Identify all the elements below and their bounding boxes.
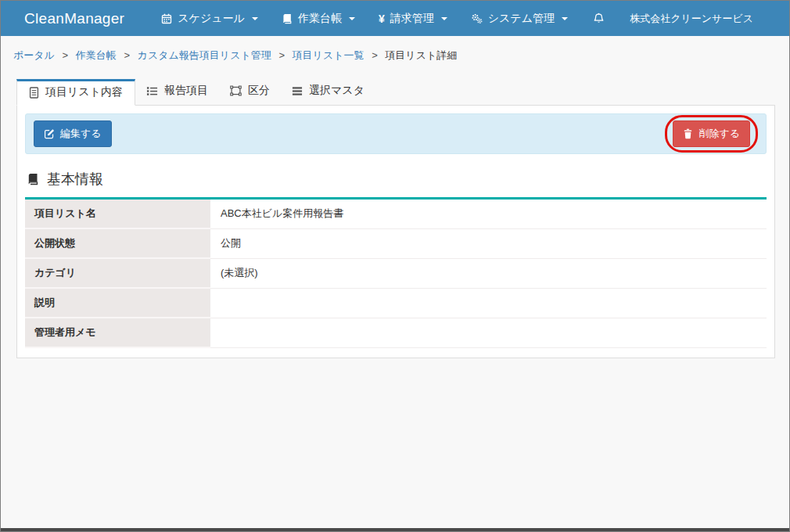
breadcrumb-separator: > — [278, 49, 285, 61]
row-value: (未選択) — [210, 258, 767, 288]
row-value — [210, 288, 767, 318]
chevron-down-icon — [441, 17, 447, 20]
breadcrumb: ポータル > 作業台帳 > カスタム報告項目リスト管理 > 項目リスト一覧 > … — [1, 36, 789, 73]
menu-system-label: システム管理 — [488, 12, 555, 26]
book-icon — [282, 13, 293, 24]
pencil-square-icon — [44, 128, 55, 139]
table-row: 項目リスト名 ABC本社ビル案件用報告書 — [25, 200, 767, 228]
row-value: ABC本社ビル案件用報告書 — [210, 200, 767, 228]
section-title: 基本情報 — [47, 170, 103, 189]
tab-label: 選択マスタ — [309, 84, 364, 98]
table-row: 公開状態 公開 — [25, 228, 767, 258]
file-text-icon — [29, 87, 39, 99]
bell-icon — [593, 13, 605, 24]
menu-work-ledger[interactable]: 作業台帳 — [270, 1, 367, 36]
app-window: CleanManager スケジュール — [0, 0, 790, 532]
row-label: カテゴリ — [25, 258, 210, 288]
tab-report-items[interactable]: 報告項目 — [135, 77, 219, 105]
detail-tabbar: 項目リスト内容 報告項目 — [16, 77, 775, 106]
breadcrumb-separator: > — [63, 49, 69, 61]
object-group-icon — [230, 85, 242, 96]
row-value — [210, 318, 767, 347]
edit-button[interactable]: 編集する — [34, 120, 112, 147]
edit-button-label: 編集する — [60, 127, 102, 141]
table-row: 管理者用メモ — [25, 318, 767, 347]
breadcrumb-custom-report-list-mgmt[interactable]: カスタム報告項目リスト管理 — [138, 49, 271, 61]
chevron-down-icon — [562, 17, 568, 20]
basic-info-table: 項目リスト名 ABC本社ビル案件用報告書 公開状態 公開 カテゴリ (未選択) … — [25, 200, 767, 348]
calendar-icon — [161, 13, 172, 24]
menu-billing[interactable]: ¥ 請求管理 — [367, 1, 459, 36]
menu-schedule-label: スケジュール — [178, 12, 245, 26]
row-value: 公開 — [210, 228, 767, 258]
footer-bar — [1, 528, 789, 531]
action-toolbar: 編集する 削除する — [25, 113, 767, 154]
breadcrumb-current: 項目リスト詳細 — [385, 49, 457, 61]
delete-button[interactable]: 削除する — [673, 120, 750, 147]
tab-label: 報告項目 — [164, 84, 208, 98]
chevron-down-icon — [349, 17, 355, 20]
row-label: 説明 — [25, 288, 210, 318]
breadcrumb-work-ledger[interactable]: 作業台帳 — [76, 49, 117, 61]
delete-button-label: 削除する — [698, 127, 740, 141]
menu-system[interactable]: システム管理 — [459, 1, 580, 36]
navbar-right: 株式会社クリーンサービス — [582, 1, 789, 36]
notifications-button[interactable] — [582, 1, 616, 36]
gears-icon — [471, 13, 483, 24]
table-row: カテゴリ (未選択) — [25, 258, 767, 288]
menu-schedule[interactable]: スケジュール — [149, 1, 270, 36]
tab-label: 項目リスト内容 — [45, 85, 123, 99]
list-icon — [146, 85, 158, 97]
chevron-down-icon — [252, 17, 258, 20]
tab-item-list-content[interactable]: 項目リスト内容 — [16, 79, 135, 106]
breadcrumb-item-list[interactable]: 項目リスト一覧 — [293, 49, 364, 61]
row-label: 公開状態 — [25, 228, 210, 258]
table-row: 説明 — [25, 288, 767, 318]
trash-icon — [683, 128, 693, 139]
breadcrumb-separator: > — [372, 49, 378, 61]
breadcrumb-portal[interactable]: ポータル — [13, 49, 55, 61]
bars-icon — [292, 86, 303, 96]
book-icon — [27, 173, 39, 185]
row-label: 管理者用メモ — [25, 318, 210, 347]
tab-select-master[interactable]: 選択マスタ — [281, 77, 375, 105]
menu-work-ledger-label: 作業台帳 — [298, 12, 342, 26]
menu-billing-label: 請求管理 — [390, 12, 434, 26]
tab-label: 区分 — [248, 84, 270, 98]
top-navbar: CleanManager スケジュール — [1, 1, 789, 36]
company-account-menu[interactable]: 株式会社クリーンサービス — [630, 12, 753, 26]
yen-icon: ¥ — [379, 13, 385, 25]
main-menu: スケジュール 作業台帳 ¥ 請求管理 — [149, 1, 580, 36]
section-header: 基本情報 — [27, 168, 767, 189]
tab-category[interactable]: 区分 — [219, 77, 281, 105]
row-label: 項目リスト名 — [25, 200, 210, 228]
tab-content-panel: 編集する 削除する — [16, 106, 775, 358]
red-highlight-annotation: 削除する — [665, 115, 758, 153]
breadcrumb-separator: > — [124, 49, 130, 61]
brand-logo[interactable]: CleanManager — [24, 10, 124, 27]
